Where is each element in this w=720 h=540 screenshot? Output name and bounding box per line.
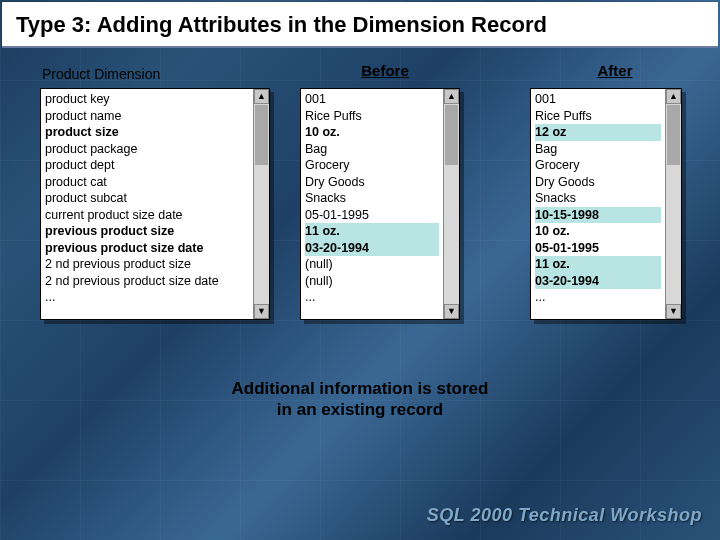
after-list: 001Rice Puffs12 ozBagGroceryDry GoodsSna… bbox=[531, 89, 665, 319]
slide-title: Type 3: Adding Attributes in the Dimensi… bbox=[16, 12, 704, 38]
list-row: Rice Puffs bbox=[535, 108, 661, 125]
list-row: Bag bbox=[305, 141, 439, 158]
fields-list: product keyproduct nameproduct sizeprodu… bbox=[41, 89, 253, 319]
list-row: previous product size bbox=[45, 223, 249, 240]
list-row: product subcat bbox=[45, 190, 249, 207]
before-panel: 001Rice Puffs10 oz.BagGroceryDry GoodsSn… bbox=[300, 88, 460, 320]
list-row: 05-01-1995 bbox=[305, 207, 439, 224]
list-row: 03-20-1994 bbox=[535, 273, 661, 290]
list-row: ... bbox=[45, 289, 249, 306]
before-list: 001Rice Puffs10 oz.BagGroceryDry GoodsSn… bbox=[301, 89, 443, 319]
before-header: Before bbox=[310, 62, 460, 79]
caption-line-2: in an existing record bbox=[277, 400, 443, 419]
scroll-down-icon[interactable]: ▼ bbox=[254, 304, 269, 319]
caption: Additional information is stored in an e… bbox=[0, 378, 720, 421]
list-row: 10-15-1998 bbox=[535, 207, 661, 224]
scrollbar[interactable]: ▲ ▼ bbox=[665, 89, 681, 319]
list-row: 10 oz. bbox=[535, 223, 661, 240]
list-row: product package bbox=[45, 141, 249, 158]
fields-panel: product keyproduct nameproduct sizeprodu… bbox=[40, 88, 270, 320]
scroll-up-icon[interactable]: ▲ bbox=[444, 89, 459, 104]
scrollbar[interactable]: ▲ ▼ bbox=[443, 89, 459, 319]
list-row: ... bbox=[535, 289, 661, 306]
list-row: product dept bbox=[45, 157, 249, 174]
title-bar: Type 3: Adding Attributes in the Dimensi… bbox=[2, 2, 718, 48]
list-row: product key bbox=[45, 91, 249, 108]
scroll-up-icon[interactable]: ▲ bbox=[666, 89, 681, 104]
list-row: 11 oz. bbox=[305, 223, 439, 240]
scroll-thumb[interactable] bbox=[255, 105, 268, 165]
content-area: Product Dimension Before After product k… bbox=[0, 48, 720, 388]
list-row: Snacks bbox=[305, 190, 439, 207]
footer-logo: SQL 2000 Technical Workshop bbox=[427, 505, 702, 526]
dimension-label: Product Dimension bbox=[42, 66, 160, 82]
caption-line-1: Additional information is stored bbox=[232, 379, 489, 398]
scroll-thumb[interactable] bbox=[667, 105, 680, 165]
scroll-down-icon[interactable]: ▼ bbox=[666, 304, 681, 319]
list-row: Bag bbox=[535, 141, 661, 158]
list-row: 001 bbox=[305, 91, 439, 108]
list-row: product size bbox=[45, 124, 249, 141]
list-row: 2 nd previous product size bbox=[45, 256, 249, 273]
list-row: 001 bbox=[535, 91, 661, 108]
scroll-thumb[interactable] bbox=[445, 105, 458, 165]
list-row: Dry Goods bbox=[535, 174, 661, 191]
list-row: Rice Puffs bbox=[305, 108, 439, 125]
after-header: After bbox=[540, 62, 690, 79]
after-panel: 001Rice Puffs12 ozBagGroceryDry GoodsSna… bbox=[530, 88, 682, 320]
list-row: product name bbox=[45, 108, 249, 125]
list-row: product cat bbox=[45, 174, 249, 191]
list-row: ... bbox=[305, 289, 439, 306]
list-row: Grocery bbox=[535, 157, 661, 174]
scrollbar[interactable]: ▲ ▼ bbox=[253, 89, 269, 319]
list-row: 05-01-1995 bbox=[535, 240, 661, 257]
list-row: Snacks bbox=[535, 190, 661, 207]
list-row: 2 nd previous product size date bbox=[45, 273, 249, 290]
list-row: current product size date bbox=[45, 207, 249, 224]
list-row: 11 oz. bbox=[535, 256, 661, 273]
list-row: 12 oz bbox=[535, 124, 661, 141]
list-row: 10 oz. bbox=[305, 124, 439, 141]
list-row: Grocery bbox=[305, 157, 439, 174]
list-row: previous product size date bbox=[45, 240, 249, 257]
list-row: 03-20-1994 bbox=[305, 240, 439, 257]
list-row: (null) bbox=[305, 256, 439, 273]
list-row: (null) bbox=[305, 273, 439, 290]
scroll-down-icon[interactable]: ▼ bbox=[444, 304, 459, 319]
scroll-up-icon[interactable]: ▲ bbox=[254, 89, 269, 104]
list-row: Dry Goods bbox=[305, 174, 439, 191]
